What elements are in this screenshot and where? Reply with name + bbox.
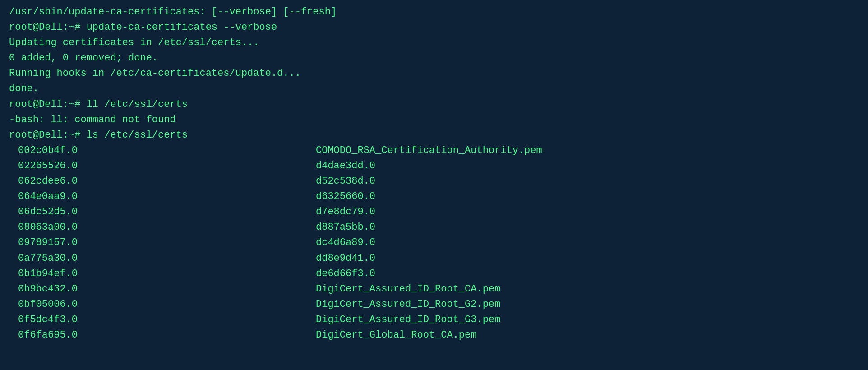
ls-item: 08063a00.0 bbox=[9, 220, 307, 235]
ls-item: 06dc52d5.0 bbox=[9, 204, 307, 220]
ls-item: dc4d6a89.0 bbox=[307, 235, 605, 250]
terminal-line-line1: /usr/sbin/update-ca-certificates: [--ver… bbox=[9, 5, 859, 20]
terminal-line-line9: root@Dell:~# ls /etc/ssl/certs bbox=[9, 128, 859, 143]
ls-column-left: 002c0b4f.002265526.0062cdee6.0064e0aa9.0… bbox=[9, 143, 307, 343]
terminal-line-line4: 0 added, 0 removed; done. bbox=[9, 51, 859, 66]
ls-output: 002c0b4f.002265526.0062cdee6.0064e0aa9.0… bbox=[9, 143, 859, 343]
ls-item: dd8e9d41.0 bbox=[307, 251, 605, 266]
ls-item: COMODO_RSA_Certification_Authority.pem bbox=[307, 143, 605, 158]
ls-item: 0f6fa695.0 bbox=[9, 328, 307, 343]
ls-item: 064e0aa9.0 bbox=[9, 189, 307, 204]
ls-item: 0f5dc4f3.0 bbox=[9, 312, 307, 328]
ls-column-right: COMODO_RSA_Certification_Authority.pemd4… bbox=[307, 143, 605, 343]
ls-item: d887a5bb.0 bbox=[307, 220, 605, 235]
terminal-line-line2: root@Dell:~# update-ca-certificates --ve… bbox=[9, 20, 859, 35]
ls-item: 09789157.0 bbox=[9, 235, 307, 250]
ls-item: d6325660.0 bbox=[307, 189, 605, 204]
terminal[interactable]: /usr/sbin/update-ca-certificates: [--ver… bbox=[9, 5, 859, 370]
terminal-line-line5: Running hooks in /etc/ca-certificates/up… bbox=[9, 66, 859, 81]
ls-item: d4dae3dd.0 bbox=[307, 158, 605, 174]
terminal-line-line6: done. bbox=[9, 81, 859, 97]
ls-item: DigiCert_Global_Root_CA.pem bbox=[307, 328, 605, 343]
ls-item: 0a775a30.0 bbox=[9, 251, 307, 266]
terminal-line-line7: root@Dell:~# ll /etc/ssl/certs bbox=[9, 97, 859, 112]
ls-item: de6d66f3.0 bbox=[307, 266, 605, 282]
terminal-output: /usr/sbin/update-ca-certificates: [--ver… bbox=[9, 5, 859, 143]
terminal-line-line3: Updating certificates in /etc/ssl/certs.… bbox=[9, 35, 859, 51]
ls-item: 0b9bc432.0 bbox=[9, 282, 307, 297]
ls-item: 0bf05006.0 bbox=[9, 297, 307, 312]
ls-item: d52c538d.0 bbox=[307, 174, 605, 189]
terminal-line-line8: -bash: ll: command not found bbox=[9, 112, 859, 128]
ls-item: 062cdee6.0 bbox=[9, 174, 307, 189]
ls-item: 0b1b94ef.0 bbox=[9, 266, 307, 282]
ls-item: DigiCert_Assured_ID_Root_G3.pem bbox=[307, 312, 605, 328]
ls-item: 02265526.0 bbox=[9, 158, 307, 174]
ls-item: d7e8dc79.0 bbox=[307, 204, 605, 220]
ls-item: DigiCert_Assured_ID_Root_G2.pem bbox=[307, 297, 605, 312]
ls-item: 002c0b4f.0 bbox=[9, 143, 307, 158]
ls-item: DigiCert_Assured_ID_Root_CA.pem bbox=[307, 282, 605, 297]
